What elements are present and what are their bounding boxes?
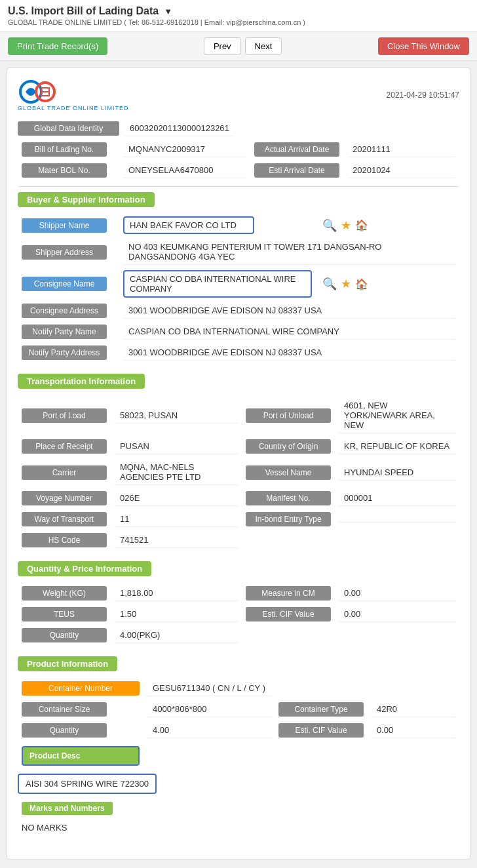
manifest-no-label: Manifest No. <box>246 491 331 505</box>
global-data-identity-label: Global Data Identity <box>18 121 119 136</box>
manifest-no-value: 000001 <box>339 490 455 506</box>
product-esti-cif-label: Esti. CIF Value <box>278 723 364 738</box>
quantity-label: Quantity <box>22 628 107 642</box>
container-type-label: Container Type <box>278 702 364 717</box>
shipper-home-icon[interactable]: 🏠 <box>355 219 368 231</box>
hs-code-value: 741521 <box>115 532 238 548</box>
port-of-load-value: 58023, PUSAN <box>115 408 238 424</box>
quantity-value: 4.00(PKG) <box>115 627 238 643</box>
container-size-label: Container Size <box>22 702 107 717</box>
transportation-section-title: Transportation Information <box>18 374 145 389</box>
print-button[interactable]: Print Trade Record(s) <box>8 37 107 55</box>
global-data-identity-value: 600320201130000123261 <box>124 121 235 136</box>
buyer-supplier-section-title: Buyer & Supplier Information <box>18 192 155 207</box>
prev-button[interactable]: Prev <box>204 37 241 55</box>
consignee-name-value: CASPIAN CO DBA INTERNATIONAL WIRE COMPAN… <box>123 270 312 298</box>
vessel-name-label: Vessel Name <box>246 465 331 480</box>
consignee-search-icon[interactable]: 🔍 <box>322 277 337 291</box>
voyage-number-value: 026E <box>115 490 238 506</box>
quantity-price-section-title: Quantity & Price Information <box>18 561 151 576</box>
shipper-address-label: Shipper Address <box>22 245 107 260</box>
company-logo: GLOBAL TRADE ONLINE LIMITED <box>18 79 129 111</box>
place-of-receipt-label: Place of Receipt <box>22 439 107 454</box>
shipper-address-value: NO 403 KEUMKANG PENTERIUM IT TOWER 171 D… <box>123 239 455 265</box>
notify-party-address-value: 3001 WOODBRIDGE AVE EDISON NJ 08337 USA <box>123 345 455 361</box>
consignee-home-icon[interactable]: 🏠 <box>355 278 368 290</box>
master-bol-value: ONEYSELAA6470800 <box>123 163 246 178</box>
consignee-address-value: 3001 WOODBRIDGE AVE EDISON NJ 08337 USA <box>123 303 455 319</box>
measure-value: 0.00 <box>339 585 455 601</box>
actual-arrival-value: 20201111 <box>347 142 455 157</box>
carrier-label: Carrier <box>22 465 107 480</box>
close-button[interactable]: Close This Window <box>378 37 469 55</box>
measure-label: Measure in CM <box>246 586 331 601</box>
esti-arrival-label: Esti Arrival Date <box>254 163 339 178</box>
carrier-value: MQNA, MAC-NELS AGENCIES PTE LTD <box>115 460 238 485</box>
country-of-origin-label: Country of Origin <box>246 439 331 454</box>
notify-party-address-label: Notify Party Address <box>22 345 107 360</box>
notify-party-name-value: CASPIAN CO DBA INTERNATIONAL WIRE COMPAN… <box>123 324 455 340</box>
port-of-load-label: Port of Load <box>22 408 107 423</box>
place-of-receipt-value: PUSAN <box>115 439 238 454</box>
in-bond-entry-value <box>339 517 455 523</box>
consignee-name-label: Consignee Name <box>22 277 107 291</box>
container-size-value: 4000*806*800 <box>147 701 271 717</box>
shipper-search-icon[interactable]: 🔍 <box>322 218 337 233</box>
hs-code-label: HS Code <box>22 533 107 547</box>
vessel-name-value: HYUNDAI SPEED <box>339 465 455 481</box>
port-of-unload-label: Port of Unload <box>246 408 331 423</box>
consignee-address-label: Consignee Address <box>22 304 107 318</box>
bill-of-lading-label: Bill of Lading No. <box>22 142 107 157</box>
port-of-unload-value: 4601, NEW YORK/NEWARK AREA, NEW <box>339 398 455 433</box>
product-quantity-value: 4.00 <box>147 722 271 738</box>
product-quantity-label: Quantity <box>22 723 107 738</box>
weight-label: Weight (KG) <box>22 586 107 601</box>
in-bond-entry-label: In-bond Entry Type <box>246 512 331 526</box>
page-title: U.S. Import Bill of Lading Data <box>8 5 159 17</box>
esti-cif-value: 0.00 <box>339 606 455 622</box>
actual-arrival-label: Actual Arrival Date <box>254 142 339 157</box>
notify-party-name-label: Notify Party Name <box>22 325 107 339</box>
product-desc-value: AISI 304 SPRING WIRE 722300 <box>18 774 157 794</box>
weight-value: 1,818.00 <box>115 585 238 601</box>
master-bol-label: Mater BOL No. <box>22 163 107 178</box>
country-of-origin-value: KR, REPUBLIC OF KOREA <box>339 439 455 454</box>
marks-and-numbers-label: Marks and Numbers <box>22 802 113 815</box>
marks-value: NO MARKS <box>22 820 455 835</box>
product-desc-label: Product Desc <box>22 746 140 766</box>
container-type-value: 42R0 <box>372 701 455 717</box>
consignee-star-icon[interactable]: ★ <box>341 277 351 291</box>
shipper-name-value: HAN BAEK FAVOR CO LTD <box>123 216 254 234</box>
teus-label: TEUS <box>22 607 107 621</box>
subtitle: GLOBAL TRADE ONLINE LIMITED ( Tel: 86-51… <box>8 18 469 26</box>
bill-of-lading-value: MQNANYC2009317 <box>123 142 246 157</box>
next-button[interactable]: Next <box>245 37 282 55</box>
shipper-name-label: Shipper Name <box>22 218 107 233</box>
esti-cif-label: Esti. CIF Value <box>246 607 331 621</box>
container-number-value: GESU6711340 ( CN / L / CY ) <box>147 681 271 696</box>
dropdown-arrow-icon[interactable]: ▼ <box>164 7 172 16</box>
teus-value: 1.50 <box>115 606 238 622</box>
datetime: 2021-04-29 10:51:47 <box>387 90 459 100</box>
esti-arrival-value: 20201024 <box>347 163 455 178</box>
shipper-star-icon[interactable]: ★ <box>341 218 351 233</box>
container-number-label: Container Number <box>22 681 140 696</box>
way-of-transport-label: Way of Transport <box>22 512 107 526</box>
product-esti-cif-value: 0.00 <box>372 722 455 738</box>
way-of-transport-value: 11 <box>115 511 238 527</box>
product-info-section-title: Product Information <box>18 656 117 671</box>
voyage-number-label: Voyage Number <box>22 491 107 505</box>
